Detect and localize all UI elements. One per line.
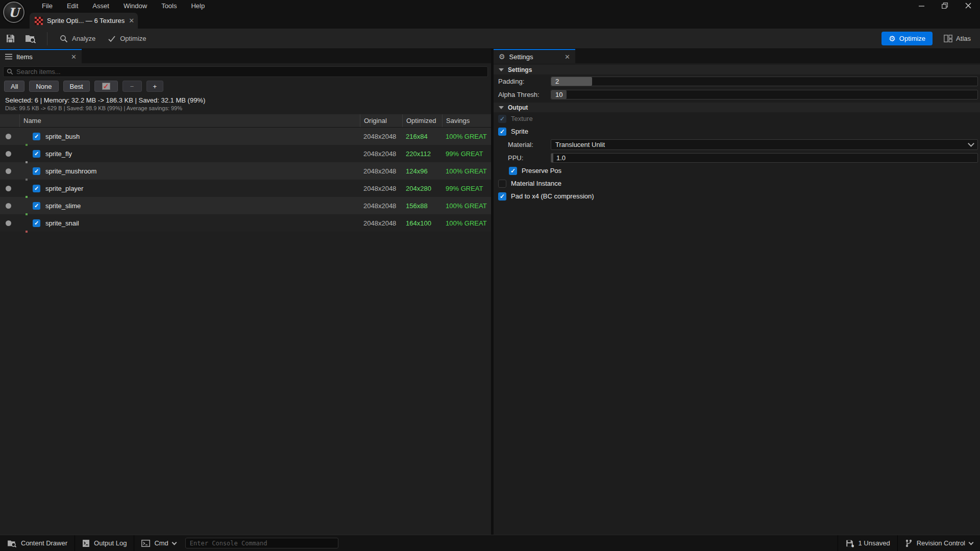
- sprite-thumbnail: [26, 179, 28, 181]
- row-checkbox[interactable]: [33, 185, 40, 192]
- optimize-toolbar-button[interactable]: Optimize: [102, 32, 152, 46]
- pad-to-x4-row: Pad to x4 (BC compression): [494, 190, 980, 203]
- padding-label: Padding:: [494, 78, 551, 85]
- items-tab-close-icon[interactable]: ✕: [71, 54, 77, 60]
- tab-settings[interactable]: ⚙ Settings ✕: [494, 49, 575, 63]
- section-settings[interactable]: Settings: [494, 65, 980, 74]
- ppu-row: PPU: 1.0: [494, 151, 980, 164]
- revision-control-label: Revision Control: [917, 539, 965, 547]
- window-controls: [910, 0, 980, 11]
- browse-to-asset-button[interactable]: [20, 31, 41, 47]
- row-checkbox[interactable]: [33, 150, 40, 158]
- sprite-thumbnail: [26, 144, 28, 146]
- header-optimized[interactable]: Optimized: [402, 114, 442, 127]
- alpha-thresh-value: 10: [555, 91, 562, 98]
- row-savings: 100% GREAT: [442, 133, 491, 140]
- toggle-checked-button[interactable]: ✓: [94, 81, 118, 92]
- settings-panel: ⚙ Settings ✕ Settings Padding: 2 Alpha T…: [494, 49, 980, 535]
- material-label: Material:: [494, 141, 551, 148]
- toolbar-right: ⚙ Optimize Atlas: [881, 32, 980, 45]
- menu-file[interactable]: File: [36, 1, 59, 11]
- optimize-primary-button[interactable]: ⚙ Optimize: [881, 32, 933, 45]
- row-checkbox[interactable]: [33, 202, 40, 210]
- items-tab-title: Items: [16, 53, 33, 61]
- padding-input[interactable]: 2: [551, 77, 978, 86]
- row-original: 2048x2048: [360, 219, 402, 227]
- content-drawer-button[interactable]: Content Drawer: [0, 535, 75, 551]
- cmd-label: Cmd: [154, 539, 168, 547]
- table-row[interactable]: sprite_mushroom 2048x2048 124x96 100% GR…: [0, 162, 491, 180]
- row-name: sprite_slime: [45, 202, 81, 210]
- menu-help[interactable]: Help: [185, 1, 211, 11]
- close-icon[interactable]: [957, 0, 980, 11]
- branch-icon: [905, 539, 913, 547]
- ppu-label: PPU:: [494, 154, 551, 162]
- preserve-pos-checkbox[interactable]: [509, 167, 517, 175]
- optimize-primary-label: Optimize: [899, 35, 925, 42]
- texture-checkbox: [498, 115, 506, 123]
- table-row[interactable]: sprite_snail 2048x2048 164x100 100% GREA…: [0, 214, 491, 232]
- minimize-icon[interactable]: [910, 0, 933, 11]
- console-command-input[interactable]: [190, 540, 334, 547]
- unsaved-button[interactable]: ✱ 1 Unsaved: [838, 535, 897, 551]
- header-savings[interactable]: Savings: [442, 114, 491, 127]
- save-button[interactable]: [0, 31, 20, 47]
- select-none-button[interactable]: None: [29, 81, 58, 92]
- selection-stats-line1: Selected: 6 | Memory: 32.2 MB -> 186.3 K…: [0, 94, 491, 104]
- section-output[interactable]: Output: [494, 103, 980, 112]
- row-name: sprite_player: [45, 185, 83, 192]
- header-original[interactable]: Original: [360, 114, 402, 127]
- gear-icon: ⚙: [499, 53, 505, 60]
- revision-control-button[interactable]: Revision Control: [898, 535, 980, 551]
- select-all-button[interactable]: All: [4, 81, 24, 92]
- header-name[interactable]: Name: [19, 114, 360, 127]
- output-log-button[interactable]: Output Log: [75, 535, 134, 551]
- row-checkbox[interactable]: [33, 219, 40, 227]
- row-checkbox[interactable]: [33, 133, 40, 140]
- menu-asset[interactable]: Asset: [86, 1, 115, 11]
- collapse-triangle-icon: [499, 106, 504, 109]
- analyze-button[interactable]: Analyze: [54, 32, 102, 46]
- list-icon: [5, 54, 12, 60]
- menu-edit[interactable]: Edit: [61, 1, 84, 11]
- material-dropdown[interactable]: Translucent Unlit: [551, 139, 978, 150]
- texture-label: Texture: [511, 115, 533, 122]
- sprite-checkbox[interactable]: [498, 128, 506, 136]
- items-search: [3, 66, 488, 77]
- tab-close-icon[interactable]: ✕: [129, 17, 134, 24]
- search-input[interactable]: [16, 68, 484, 76]
- pad-to-x4-checkbox[interactable]: [498, 192, 506, 201]
- texture-checkbox-row: Texture: [494, 112, 980, 125]
- row-status-circle-icon: [6, 151, 11, 157]
- toolbar-separator: [47, 32, 47, 45]
- row-optimized: 216x84: [402, 133, 442, 140]
- settings-tab-close-icon[interactable]: ✕: [565, 54, 570, 60]
- material-instance-checkbox[interactable]: [498, 180, 506, 188]
- unreal-engine-logo-icon: U: [3, 2, 24, 23]
- row-name: sprite_snail: [45, 219, 79, 227]
- row-checkbox[interactable]: [33, 167, 40, 175]
- row-original: 2048x2048: [360, 150, 402, 158]
- cmd-selector[interactable]: Cmd: [134, 535, 183, 551]
- table-row[interactable]: sprite_fly 2048x2048 220x112 99% GREAT: [0, 145, 491, 162]
- row-original: 2048x2048: [360, 167, 402, 175]
- row-optimized: 220x112: [402, 150, 442, 158]
- add-item-button[interactable]: +: [146, 81, 164, 92]
- table-row[interactable]: sprite_player 2048x2048 204x280 99% GREA…: [0, 180, 491, 197]
- atlas-button[interactable]: Atlas: [940, 33, 975, 44]
- tab-items[interactable]: Items ✕: [0, 49, 82, 63]
- table-row[interactable]: sprite_bush 2048x2048 216x84 100% GREAT: [0, 128, 491, 145]
- menu-window[interactable]: Window: [117, 1, 153, 11]
- output-log-icon: [82, 539, 90, 547]
- row-original: 2048x2048: [360, 202, 402, 210]
- material-value: Translucent Unlit: [555, 141, 969, 148]
- remove-item-button[interactable]: −: [122, 81, 142, 92]
- padding-row: Padding: 2: [494, 74, 980, 88]
- table-row[interactable]: sprite_slime 2048x2048 156x88 100% GREAT: [0, 197, 491, 214]
- menu-tools[interactable]: Tools: [155, 1, 183, 11]
- alpha-thresh-input[interactable]: 10: [551, 90, 978, 99]
- restore-icon[interactable]: [933, 0, 957, 11]
- select-best-button[interactable]: Best: [63, 81, 90, 92]
- tab-sprite-optimizer[interactable]: Sprite Opti... — 6 Textures ✕: [30, 13, 138, 29]
- ppu-input[interactable]: 1.0: [551, 153, 978, 163]
